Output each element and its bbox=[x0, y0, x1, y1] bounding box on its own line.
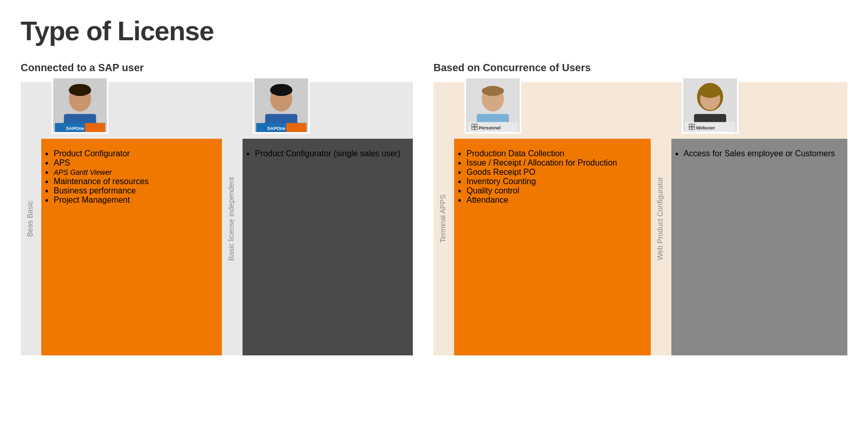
svg-rect-12 bbox=[270, 87, 293, 94]
avatar4-svg: Webuser bbox=[683, 78, 737, 133]
right-orange-item-4: Inventory Counting bbox=[467, 177, 638, 186]
right-orange-item-3: Goods Receipt PO bbox=[467, 168, 638, 177]
right-cards: Terminal APPS bbox=[433, 82, 847, 355]
left-section-title: Connected to a SAP user bbox=[21, 62, 413, 74]
terminal-apps-label-col: Terminal APPS bbox=[433, 82, 454, 355]
right-dark-item-1: Access for Sales employee or Customers bbox=[684, 149, 835, 158]
right-dark-inner: Access for Sales employee or Customers bbox=[671, 139, 847, 355]
svg-text:SAPOne: SAPOne bbox=[267, 126, 285, 131]
avatar3-area: Personnel bbox=[464, 77, 521, 134]
left-section: Connected to a SAP user Beas Basic bbox=[21, 62, 413, 355]
page-title: Type of License bbox=[21, 15, 847, 46]
right-orange-item-2: Issue / Receipt / Allocation for Product… bbox=[467, 158, 638, 168]
avatar3-svg: Personnel bbox=[466, 78, 520, 133]
web-product-config-label: Web Product Configurator bbox=[651, 172, 669, 266]
right-dark-col: Webuser Access for Sales employee or Cus… bbox=[671, 82, 847, 355]
left-dark-label-col: Basic license independent bbox=[222, 82, 243, 355]
right-orange-list: Production Data Collection Issue / Recei… bbox=[467, 149, 638, 205]
svg-point-31 bbox=[699, 84, 721, 97]
left-orange-inner: Product Configurator APS APS Gantt Viewe… bbox=[41, 139, 222, 355]
main-layout: Connected to a SAP user Beas Basic bbox=[21, 62, 847, 355]
left-orange-list: Product Configurator APS APS Gantt Viewe… bbox=[54, 149, 210, 205]
left-dark-item-1: Product Configurator (single sales user) bbox=[255, 149, 400, 158]
right-dark-list: Access for Sales employee or Customers bbox=[684, 149, 835, 158]
right-section-title: Based on Concurrence of Users bbox=[433, 62, 847, 74]
right-orange-col: Personnel Production Data Collection Iss… bbox=[454, 82, 651, 355]
right-orange-inner: Production Data Collection Issue / Recei… bbox=[454, 139, 651, 355]
left-cards: Beas Basic bbox=[21, 82, 413, 355]
svg-rect-4 bbox=[69, 87, 91, 94]
right-orange-item-1: Production Data Collection bbox=[467, 149, 638, 158]
left-orange-col: SAPOne Product Configurator APS APS Gant… bbox=[41, 82, 222, 355]
beas-basic-label-col: Beas Basic bbox=[21, 82, 41, 355]
avatar2-svg: SAPOne bbox=[254, 78, 308, 133]
left-orange-item-1: Product Configurator bbox=[54, 149, 210, 158]
left-orange-item-6: Project Management bbox=[54, 195, 210, 205]
beas-basic-label: Beas Basic bbox=[21, 195, 39, 242]
avatar4-box: Webuser bbox=[682, 77, 738, 134]
avatar1-box: SAPOne bbox=[52, 77, 108, 134]
right-dark-label-col: Web Product Configurator bbox=[651, 82, 671, 355]
left-dark-inner: Product Configurator (single sales user) bbox=[243, 139, 413, 355]
avatar2-area: SAPOne bbox=[253, 77, 310, 134]
svg-text:Webuser: Webuser bbox=[696, 125, 715, 130]
svg-text:Personnel: Personnel bbox=[479, 125, 501, 130]
right-section: Based on Concurrence of Users Terminal A… bbox=[433, 62, 847, 355]
terminal-apps-label: Terminal APPS bbox=[433, 189, 452, 248]
avatar2-box: SAPOne bbox=[253, 77, 310, 134]
left-orange-item-5: Business performance bbox=[54, 186, 210, 195]
avatar4-area: Webuser bbox=[682, 77, 738, 134]
svg-rect-20 bbox=[482, 88, 504, 94]
avatar1-svg: SAPOne bbox=[53, 78, 107, 133]
left-dark-col: SAPOne Product Configurator (single sale… bbox=[243, 82, 413, 355]
left-orange-item-2: APS bbox=[54, 158, 210, 168]
left-orange-item-4: Maintenance of resources bbox=[54, 177, 210, 186]
svg-text:SAPOne: SAPOne bbox=[66, 126, 84, 131]
right-orange-item-6: Attendance bbox=[467, 195, 638, 205]
avatar3-box: Personnel bbox=[464, 77, 521, 134]
svg-rect-6 bbox=[85, 123, 105, 133]
svg-rect-14 bbox=[286, 123, 307, 133]
avatar1-area: SAPOne bbox=[52, 77, 108, 134]
left-orange-item-3: APS Gantt Viewer bbox=[54, 168, 210, 177]
left-dark-list: Product Configurator (single sales user) bbox=[255, 149, 400, 158]
right-orange-item-5: Quality control bbox=[467, 186, 638, 195]
basic-license-label: Basic license independent bbox=[222, 172, 240, 266]
